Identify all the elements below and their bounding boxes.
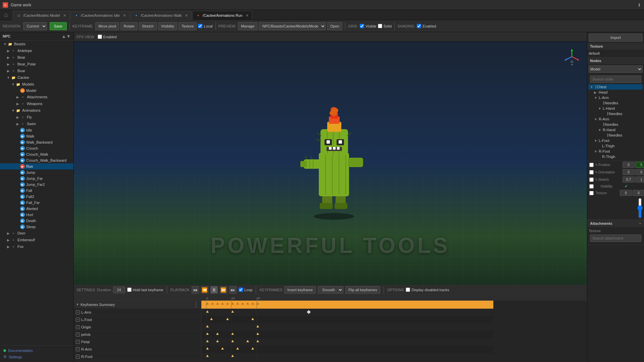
tree-item-antelope[interactable]: ▶ + Antelope [0, 47, 73, 54]
node-needles-r[interactable]: Needles [589, 122, 643, 127]
tree-item-idle[interactable]: ▶ Idle [0, 127, 73, 133]
toggle-attachments[interactable]: ▶ [15, 95, 20, 99]
attachments-header[interactable]: Attachments − [587, 220, 644, 227]
position-x-input[interactable] [623, 162, 635, 168]
tab-idle-close[interactable]: × [123, 13, 126, 18]
tree-item-jump[interactable]: ▶ Jump [0, 169, 73, 175]
node-needles-l[interactable]: Needles [589, 100, 643, 106]
tree-item-alerted[interactable]: ▶ Alerted [0, 206, 73, 212]
tree-item-animations[interactable]: ▼ 📁 Animations [0, 107, 73, 114]
track-l-arm-icon[interactable]: + [76, 310, 80, 314]
vertical-slider[interactable] [637, 198, 643, 218]
search-node-input[interactable] [590, 75, 641, 83]
tree-item-model[interactable]: M Model [0, 88, 73, 94]
node-r-hand[interactable]: ▼ R-Hand [589, 127, 643, 133]
head-toggle[interactable]: ▶ [594, 91, 599, 94]
search-attachment-input[interactable] [590, 235, 641, 242]
r-arm-toggle[interactable]: ▼ [594, 117, 599, 121]
local-checkbox-label[interactable]: Local [198, 24, 212, 28]
node-l-hand[interactable]: ▼ L-Hand [589, 106, 643, 111]
texture-prop-checkbox[interactable] [589, 191, 594, 195]
texture-x-input[interactable] [620, 190, 632, 196]
texture-y-input[interactable] [633, 190, 644, 196]
documentation-link[interactable]: Documentation [2, 348, 71, 354]
tree-item-run[interactable]: ▶ Run [0, 163, 73, 169]
tab-model[interactable]: 🗂 /Cactee/Models Model × [13, 11, 70, 20]
hold-checkbox-label[interactable]: Hold last keyframe [127, 288, 163, 292]
flip-all-keyframes-button[interactable]: Flip all keyframes [345, 286, 380, 294]
move-pivot-button[interactable]: Move pivot [95, 22, 119, 30]
node-needles-rh[interactable]: Needles [589, 133, 643, 138]
solid-checkbox-label[interactable]: Solid [378, 24, 392, 28]
tree-item-cactee[interactable]: ▼ 📁 Cactee [0, 74, 73, 81]
duration-input[interactable] [113, 287, 125, 293]
node-r-arm[interactable]: ▼ R-Arm [589, 116, 643, 122]
track-l-foot-icon[interactable]: + [76, 318, 80, 322]
loop-checkbox-label[interactable]: Loop [239, 288, 252, 292]
tree-item-swim[interactable]: ▶ + Swim [0, 120, 73, 127]
track-r-arm-icon[interactable]: + [76, 347, 80, 351]
enabled-checkbox-label[interactable]: Enabled [417, 24, 436, 28]
r-hand-toggle[interactable]: ▼ [598, 128, 603, 132]
tree-item-weapons[interactable]: ▶ + Weapons [0, 100, 73, 107]
tree-item-bear-polar[interactable]: ▶ + Bear_Polar [0, 61, 73, 67]
orientation-checkbox[interactable] [589, 170, 594, 174]
toggle-weapons[interactable]: ▶ [15, 101, 20, 106]
play-back-button[interactable]: ⏪ [201, 286, 208, 294]
toggle-bear[interactable]: ▶ [6, 55, 11, 60]
l-foot-toggle[interactable]: ▼ [594, 139, 599, 143]
toggle-models[interactable]: ▼ [11, 82, 15, 87]
toggle-beasts[interactable]: ▼ [3, 42, 7, 46]
tree-item-walk-backward[interactable]: ▶ Walk_Backward [0, 139, 73, 145]
minimize-arrow[interactable]: ⬇ [637, 2, 641, 8]
stretch-prop-checkbox[interactable] [589, 177, 594, 182]
fps-enabled-checkbox[interactable] [98, 35, 102, 39]
tree-item-jump-far[interactable]: ▶ Jump_Far [0, 175, 73, 182]
toggle-deer[interactable]: ▶ [6, 231, 11, 236]
track-summary-scroll[interactable]: ⋮ [193, 301, 199, 308]
tab-walk[interactable]: ● /Cactee/Animations Walk × [130, 11, 192, 20]
stretch-x-input[interactable] [623, 176, 635, 183]
toggle-cactee[interactable]: ▼ [6, 75, 11, 80]
tree-item-hurt[interactable]: ▶ Hurt [0, 212, 73, 218]
tree-item-fly[interactable]: ▶ + Fly [0, 114, 73, 120]
viewport[interactable]: ⊕ POWERFUL TOOLS [74, 42, 587, 285]
play-begin-button[interactable]: ⏮ [192, 286, 199, 294]
toggle-boar[interactable]: ▶ [6, 68, 11, 73]
tree-item-fall[interactable]: ▶ Fall [0, 188, 73, 194]
display-disabled-checkbox[interactable] [406, 288, 410, 292]
track-pelvis-icon[interactable]: + [76, 332, 80, 337]
toggle-swim[interactable]: ▶ [15, 121, 20, 126]
tree-item-walk[interactable]: ▶ Walk [0, 133, 73, 139]
home-button[interactable]: ⌂ [1, 10, 11, 20]
manage-button[interactable]: Manage [238, 22, 257, 30]
attachments-toggle[interactable]: − [639, 221, 641, 226]
model-path-select[interactable]: NPC/Beasts/Cactee/Models/Model [259, 22, 326, 30]
l-arm-toggle[interactable]: ▼ [594, 96, 599, 100]
timeline-ruler-area[interactable]: 0 10 20 [201, 295, 587, 362]
display-disabled-label[interactable]: Display disabled tracks [406, 288, 449, 292]
toggle-fox[interactable]: ▶ [6, 244, 11, 249]
toggle-emberwulf[interactable]: ▶ [6, 238, 11, 242]
hold-checkbox[interactable] [127, 288, 132, 292]
track-petal-icon[interactable]: + [76, 340, 80, 344]
chest-toggle[interactable]: ▼ [590, 85, 595, 89]
tree-item-boar[interactable]: ▶ + Boar [0, 67, 73, 74]
node-chest[interactable]: ▼ Chest [589, 84, 643, 90]
panel-arrows[interactable]: ▲▼ [61, 34, 71, 39]
play-end-button[interactable]: ⏭ [229, 286, 237, 294]
position-checkbox[interactable] [589, 163, 594, 167]
tab-idle[interactable]: ● /Cactee/Animations Idle × [70, 11, 130, 20]
tree-item-crouch-walk-backward[interactable]: ▶ Crouch_Walk_Backward [0, 157, 73, 163]
pause-button[interactable]: ⏸ [210, 286, 218, 294]
node-l-arm[interactable]: ▼ L-Arm [589, 95, 643, 100]
smooth-select[interactable]: Smooth [318, 286, 343, 294]
tab-walk-close[interactable]: × [185, 13, 188, 18]
toggle-animations[interactable]: ▼ [11, 108, 15, 113]
revision-select[interactable]: Current [23, 22, 47, 30]
tree-item-sleep[interactable]: ▶ Sleep [0, 224, 73, 230]
tree-item-models[interactable]: ▼ 📁 Models [0, 81, 73, 88]
play-forward-button[interactable]: ⏩ [220, 286, 227, 294]
tree-item-fall2[interactable]: ▶ Fall2 [0, 194, 73, 200]
insert-keyframe-button[interactable]: Insert keyframe [284, 286, 316, 294]
